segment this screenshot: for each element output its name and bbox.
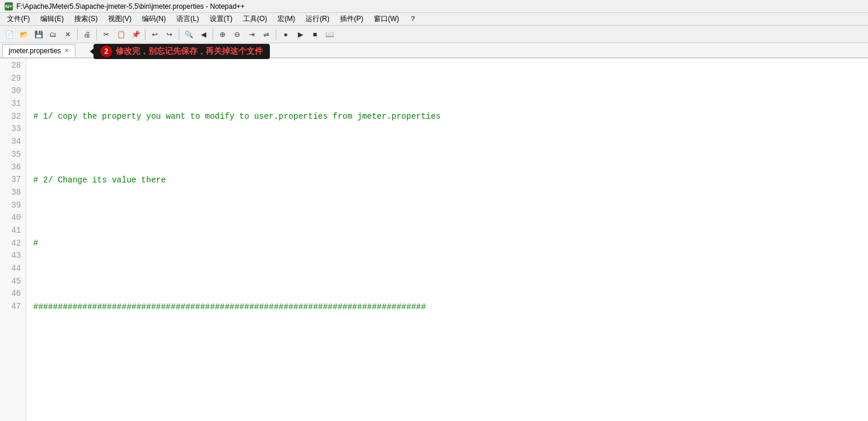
macro-button[interactable]: ● <box>279 27 293 42</box>
menu-item-S[interactable]: 搜索(S) <box>70 13 102 25</box>
find-prev-button[interactable]: ◀ <box>196 27 210 42</box>
code-line-32 <box>33 365 868 378</box>
save-all-button[interactable]: 🗂 <box>46 27 60 42</box>
redo-button[interactable]: ↪ <box>162 27 176 42</box>
menu-item-W[interactable]: 窗口(W) <box>369 13 404 25</box>
toolbar-sep-5 <box>213 29 213 40</box>
menu-item-N[interactable]: 编码(N) <box>137 13 171 25</box>
window-title: F:\ApacheJMeter5.5\apache-jmeter-5.5\bin… <box>16 2 245 11</box>
toolbar-sep-4 <box>179 29 179 40</box>
menu-item-L[interactable]: 语言(L) <box>172 13 204 25</box>
new-button[interactable]: 📄 <box>2 27 16 42</box>
copy-button[interactable]: 📋 <box>114 27 128 42</box>
callout-step2: 2 修改完，别忘记先保存，再关掉这个文件 <box>93 44 270 59</box>
tab-label: jmeter.properties <box>9 47 61 55</box>
print-button[interactable]: 🖨 <box>80 27 94 42</box>
menu-item-T[interactable]: 设置(T) <box>205 13 237 25</box>
toolbar-sep-1 <box>77 29 78 40</box>
run-macro-button[interactable]: ▶ <box>293 27 307 42</box>
open-button[interactable]: 📂 <box>17 27 31 42</box>
toolbar: 📄 📂 💾 🗂 ✕ 🖨 ✂ 📋 📌 ↩ ↪ 🔍 ◀ ⊕ ⊖ ⇥ ⇌ ● ▶ ■ … <box>0 26 868 43</box>
callout2-text: 修改完，别忘记先保存，再关掉这个文件 <box>116 46 263 57</box>
stop-macro-button[interactable]: ■ <box>308 27 322 42</box>
badge-2: 2 <box>100 46 112 57</box>
close-button[interactable]: ✕ <box>61 27 75 42</box>
tab-bar: jmeter.properties ✕ 2 修改完，别忘记先保存，再关掉这个文件 <box>0 43 868 58</box>
line-numbers: 28 29 30 31 32 33 34 35 36 37 38 39 40 4… <box>0 58 26 421</box>
menu-item-V[interactable]: 视图(V) <box>103 13 136 25</box>
menu-item-[interactable]: ？ <box>405 13 421 25</box>
line-29-text: # 2/ Change its value there <box>33 174 166 187</box>
indent-button[interactable]: ⇥ <box>245 27 259 42</box>
line-31-text: ########################################… <box>33 301 426 314</box>
tab-close-icon[interactable]: ✕ <box>64 47 69 54</box>
zoom-in-button[interactable]: ⊕ <box>216 27 230 42</box>
cut-button[interactable]: ✂ <box>99 27 113 42</box>
code-line-31: ########################################… <box>33 301 868 314</box>
code-line-28: # 1/ copy the property you want to modif… <box>33 111 868 123</box>
line-28-text: # 1/ copy the property you want to modif… <box>33 111 440 123</box>
paste-button[interactable]: 📌 <box>129 27 143 42</box>
menu-item-O[interactable]: 工具(O) <box>238 13 272 25</box>
toolbar-sep-2 <box>96 29 97 40</box>
app-icon: N+ <box>5 2 13 11</box>
menu-item-M[interactable]: 宏(M) <box>273 13 300 25</box>
title-bar: N+ F:\ApacheJMeter5.5\apache-jmeter-5.5\… <box>0 0 868 13</box>
menu-item-F[interactable]: 文件(F) <box>2 13 34 25</box>
menu-item-E[interactable]: 编辑(E) <box>36 13 68 25</box>
menu-item-P[interactable]: 插件(P) <box>335 13 368 25</box>
menu-item-R[interactable]: 运行(R) <box>301 13 334 25</box>
code-line-30: # <box>33 237 868 250</box>
code-line-29: # 2/ Change its value there <box>33 174 868 187</box>
line-30-text: # <box>33 237 38 250</box>
find-button[interactable]: 🔍 <box>182 27 196 42</box>
undo-button[interactable]: ↩ <box>148 27 162 42</box>
toolbar-sep-3 <box>145 29 145 40</box>
code-area[interactable]: # 1/ copy the property you want to modif… <box>26 58 868 421</box>
zoom-out-button[interactable]: ⊖ <box>230 27 244 42</box>
editor: 28 29 30 31 32 33 34 35 36 37 38 39 40 4… <box>0 58 868 421</box>
menu-bar: 文件(F)编辑(E)搜索(S)视图(V)编码(N)语言(L)设置(T)工具(O)… <box>0 13 868 26</box>
save-button[interactable]: 💾 <box>32 27 46 42</box>
tab-jmeter-properties[interactable]: jmeter.properties ✕ <box>2 44 75 57</box>
book-button[interactable]: 📖 <box>322 27 336 42</box>
wrap-button[interactable]: ⇌ <box>259 27 273 42</box>
toolbar-sep-6 <box>276 29 276 40</box>
